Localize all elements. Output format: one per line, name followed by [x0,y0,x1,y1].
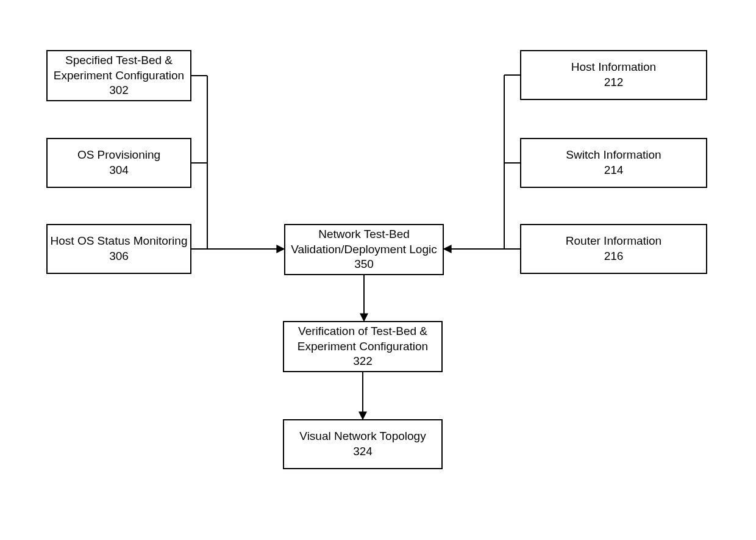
box-title: Host Information [571,60,656,75]
box-router-information: Router Information 216 [520,224,707,274]
diagram-canvas: Specified Test-Bed & Experiment Configur… [0,0,756,540]
box-network-testbed-logic: Network Test-Bed Validation/Deployment L… [284,224,444,275]
box-number: 304 [109,163,129,178]
box-number: 216 [604,249,624,264]
box-title: Specified Test-Bed & Experiment Configur… [50,53,188,83]
box-number: 302 [109,83,129,98]
box-specified-testbed: Specified Test-Bed & Experiment Configur… [46,50,191,101]
box-host-information: Host Information 212 [520,50,707,100]
box-host-os-monitoring: Host OS Status Monitoring 306 [46,224,191,274]
box-title: Network Test-Bed Validation/Deployment L… [288,227,440,257]
box-title: Switch Information [566,148,661,163]
box-title: OS Provisioning [77,148,160,163]
box-number: 322 [353,354,373,369]
box-number: 306 [109,249,129,264]
box-title: Verification of Test-Bed & Experiment Co… [287,324,439,354]
box-number: 212 [604,75,624,90]
box-switch-information: Switch Information 214 [520,138,707,188]
box-os-provisioning: OS Provisioning 304 [46,138,191,188]
box-verification: Verification of Test-Bed & Experiment Co… [283,321,443,372]
box-visual-topology: Visual Network Topology 324 [283,419,443,469]
box-title: Router Information [566,234,661,249]
box-number: 350 [354,257,374,272]
box-number: 214 [604,163,624,178]
box-number: 324 [353,444,373,459]
box-title: Host OS Status Monitoring [51,234,188,249]
box-title: Visual Network Topology [299,429,426,444]
